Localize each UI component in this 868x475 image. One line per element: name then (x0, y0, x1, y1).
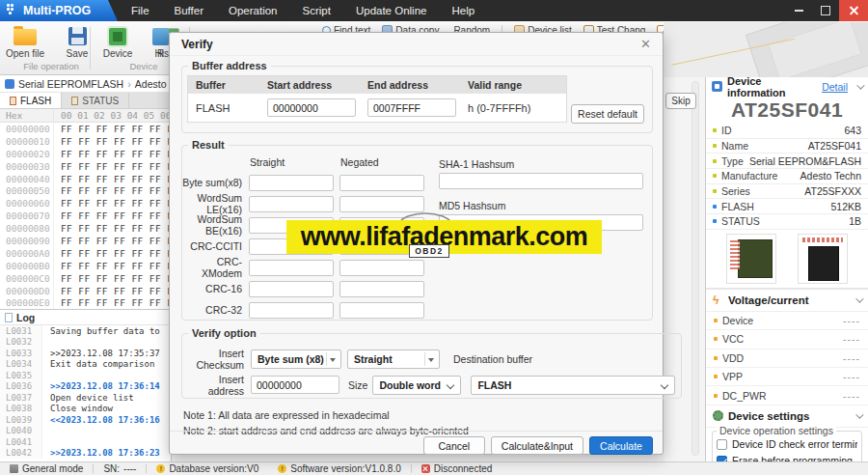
buffer-tab[interactable]: FLASH (0, 93, 62, 108)
end-address-input[interactable] (367, 98, 456, 117)
sha1-label: SHA-1 Hashsum (439, 158, 645, 170)
result-straight-input[interactable] (249, 175, 334, 191)
hex-row[interactable]: 00000080 FF FF FF FF FF FF FF FF (0, 222, 171, 235)
reset-default-button[interactable]: Reset default (571, 104, 644, 124)
device-info-row: FLASH 512KB (706, 199, 868, 214)
hex-row[interactable]: 00000020 FF FF FF FF FF FF FF FF (0, 148, 171, 160)
voltage-header[interactable]: ϟ Voltage/current (706, 290, 868, 312)
menu-item[interactable]: Update Online (356, 5, 427, 16)
destination-buffer-select[interactable]: FLASH (471, 376, 675, 395)
read-button-partial[interactable]: R (152, 25, 169, 59)
breadcrumb[interactable]: Serial EEPROMFLASH › Adesto Techn (0, 75, 171, 93)
settings-checkbox-row[interactable]: Device ID check error terminates the op (717, 436, 857, 453)
settings-checkbox-row[interactable]: Erase before programming (717, 453, 857, 461)
open-file-button[interactable]: Open file (4, 25, 46, 59)
calculate-input-button[interactable]: Calculate&Input (491, 436, 583, 455)
hex-row[interactable]: 00000030 FF FF FF FF FF FF FF FF (0, 160, 171, 173)
log-line-number: L0041 (0, 436, 42, 448)
device-button[interactable]: Device (96, 25, 139, 59)
chevron-down-icon[interactable] (855, 294, 863, 302)
device-info-row: STATUS 1B (706, 214, 868, 230)
save-label: Save (67, 48, 89, 59)
result-straight-input[interactable] (249, 217, 334, 234)
hex-row[interactable]: 000000D0 FF FF FF FF FF FF FF FF (0, 285, 171, 297)
sha1-input[interactable] (439, 173, 643, 189)
result-straight-input[interactable] (249, 281, 334, 297)
menu-item[interactable]: File (131, 5, 149, 16)
hex-row[interactable]: 000000B0 FF FF FF FF FF FF FF FF (0, 260, 171, 272)
hex-address: 00000020 (0, 148, 54, 160)
checksum-mode-select[interactable]: Straight (347, 349, 440, 369)
hex-row[interactable]: 00000010 FF FF FF FF FF FF FF FF (0, 135, 171, 148)
log-row: L0037 Open device list (0, 392, 171, 404)
statusbar-connection: Disconnected (412, 462, 502, 475)
breadcrumb-current: Adesto Techn (135, 78, 172, 90)
hex-row[interactable]: 000000E0 FF FF FF FF FF FF FF FF (0, 296, 171, 309)
device-operation-settings-group: Device operation settings Device ID chec… (712, 431, 862, 461)
hex-row[interactable]: 00000070 FF FF FF FF FF FF FF FF (0, 210, 171, 222)
hex-address: 00000080 (0, 222, 54, 235)
menu-item[interactable]: Script (303, 5, 331, 16)
result-negated-input[interactable] (339, 238, 424, 255)
menu-item[interactable]: Help (451, 5, 475, 16)
start-address-input[interactable] (267, 98, 356, 117)
result-row: CRC-32 (182, 299, 433, 321)
hex-row[interactable]: 00000040 FF FF FF FF FF FF FF FF (0, 173, 171, 185)
note-1: Note 1: All data are expressed in hexade… (183, 407, 469, 423)
chevron-down-icon[interactable] (856, 81, 864, 89)
log-row: L0031 Saving buffer data to (0, 325, 171, 337)
md5-input[interactable] (439, 214, 643, 231)
hex-address: 000000A0 (0, 247, 54, 260)
close-icon[interactable] (839, 0, 868, 21)
hex-row[interactable]: 00000050 FF FF FF FF FF FF FF FF (0, 184, 171, 197)
log-row: L0034 Exit data comparison (0, 359, 171, 371)
hex-address: 000000E0 (0, 296, 54, 309)
hex-row[interactable]: 00000060 FF FF FF FF FF FF FF FF (0, 197, 171, 210)
voltage-value: ---- (843, 352, 860, 364)
skip-button[interactable]: Skip (665, 93, 696, 109)
voltage-label: DC_PWR (722, 390, 843, 402)
result-row: WordSum BE(x16) (182, 214, 433, 236)
minimize-icon[interactable] (785, 0, 812, 21)
voltage-row: DC_PWR ---- (706, 386, 868, 405)
detail-link[interactable]: Detail (822, 81, 848, 93)
hex-row[interactable]: 000000C0 FF FF FF FF FF FF FF FF (0, 272, 171, 285)
menu-item[interactable]: Buffer (175, 5, 203, 16)
log-row: L0032 (0, 337, 171, 349)
result-row-label: CRC-32 (182, 304, 242, 316)
menu-item[interactable]: Operation (229, 5, 278, 16)
log-row: L0041 (0, 436, 171, 448)
result-negated-input[interactable] (339, 281, 424, 297)
result-straight-input[interactable] (249, 238, 334, 255)
insert-address-input[interactable] (251, 376, 339, 394)
maximize-icon[interactable] (812, 0, 839, 21)
result-straight-input[interactable] (249, 196, 334, 212)
cancel-button[interactable]: Cancel (423, 436, 485, 455)
log-line-number: L0039 (0, 414, 42, 426)
result-negated-input[interactable] (339, 260, 424, 276)
result-negated-input[interactable] (339, 217, 424, 234)
size-select[interactable]: Double word (372, 376, 461, 395)
log-text: Close window (50, 404, 113, 413)
result-negated-input[interactable] (339, 175, 424, 191)
log-line-number: L0036 (0, 381, 42, 393)
result-straight-input[interactable] (249, 302, 334, 319)
chevron-down-icon[interactable] (855, 410, 863, 418)
hex-row[interactable]: 00000000 FF FF FF FF FF FF FF FF (0, 123, 171, 135)
result-straight-input[interactable] (249, 260, 334, 276)
warning-icon: ! (278, 464, 286, 473)
tab-icon (71, 97, 78, 105)
result-negated-input[interactable] (339, 302, 424, 319)
calculate-button[interactable]: Calculate (589, 436, 653, 455)
hex-row[interactable]: 00000090 FF FF FF FF FF FF FF FF (0, 235, 171, 247)
checksum-type-select[interactable]: Byte sum (x8) (251, 349, 341, 369)
breadcrumb-separator: › (127, 78, 131, 90)
result-row-label: WordSum LE(x16) (182, 192, 242, 215)
close-icon[interactable]: ✕ (640, 38, 651, 50)
buffer-tab[interactable]: STATUS (62, 93, 129, 108)
save-button[interactable]: Save (56, 25, 98, 59)
result-negated-input[interactable] (339, 196, 424, 212)
checkbox-icon[interactable] (717, 439, 727, 450)
hex-row[interactable]: 000000A0 FF FF FF FF FF FF FF FF (0, 247, 171, 260)
scrollbar[interactable] (692, 81, 699, 456)
